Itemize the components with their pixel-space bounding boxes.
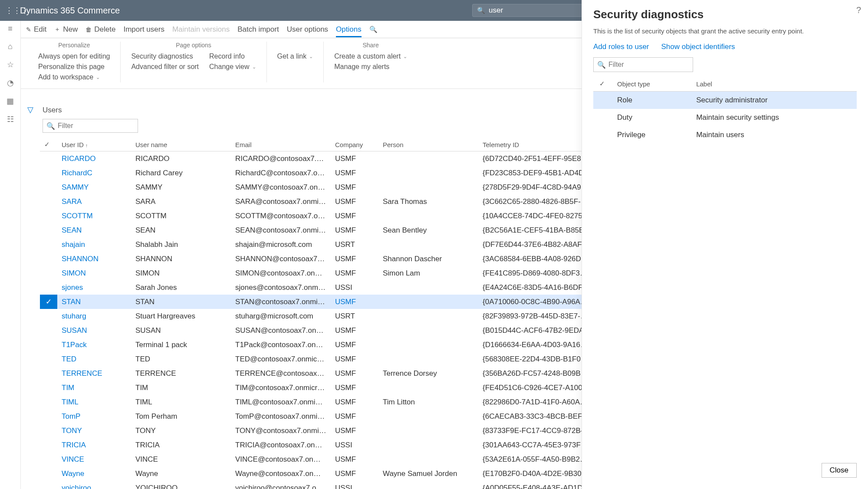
row-checkbox[interactable]: ✓ [40,166,57,180]
cell-user-id[interactable]: TONY [57,423,131,438]
panel-filter-input[interactable] [608,61,689,69]
row-checkbox[interactable]: ✓ [40,409,57,423]
row-checkbox[interactable]: ✓ [40,395,57,409]
add-to-workspace-link[interactable]: Add to workspace⌄ [38,72,110,82]
row-checkbox[interactable]: ✓ [40,481,57,489]
select-all-checkbox[interactable]: ✓ [44,141,50,148]
cell-user-id[interactable]: SIMON [57,266,131,280]
new-button[interactable]: ＋New [54,25,78,34]
manage-my-alerts-link[interactable]: Manage my alerts [334,62,407,72]
row-checkbox[interactable]: ✓ [40,237,57,252]
cell-user-id[interactable]: TRICIA [57,438,131,452]
row-checkbox[interactable]: ✓ [40,309,57,323]
cell-user-id[interactable]: sjones [57,280,131,295]
row-checkbox[interactable]: ✓ [40,295,57,309]
favorites-icon[interactable]: ☆ [7,60,14,69]
row-checkbox[interactable]: ✓ [40,209,57,223]
panel-filter[interactable]: 🔍 [593,57,693,72]
col-label[interactable]: Label [690,76,857,92]
cell-user-id[interactable]: SAMMY [57,180,131,194]
recent-icon[interactable]: ◔ [7,78,14,88]
workspaces-icon[interactable]: ▦ [7,96,14,106]
change-view-link[interactable]: Change view⌄ [209,62,256,72]
cell-user-id[interactable]: STAN [57,295,131,309]
find-icon[interactable]: 🔍 [369,26,378,33]
security-diagnostics-link[interactable]: Security diagnostics [131,51,199,62]
row-checkbox[interactable]: ✓ [40,266,57,280]
add-roles-to-user-link[interactable]: Add roles to user [593,43,649,51]
table-row[interactable]: RoleSecurity administrator [593,92,857,109]
row-checkbox[interactable]: ✓ [40,280,57,295]
show-object-identifiers-link[interactable]: Show object identifiers [661,43,735,51]
row-checkbox[interactable]: ✓ [40,223,57,237]
home-icon[interactable]: ⌂ [8,42,13,51]
col-email[interactable]: Email [231,138,331,151]
cell-user-id[interactable]: TERRENCE [57,366,131,381]
table-row[interactable]: DutyMaintain security settings [593,109,857,126]
cell-user-id[interactable]: Wayne [57,466,131,481]
import-users-button[interactable]: Import users [123,25,164,34]
cell-user-id[interactable]: SEAN [57,223,131,237]
grid-filter-input[interactable] [58,122,134,130]
cell-user-id[interactable]: TIML [57,395,131,409]
cell-user-id[interactable]: stuharg [57,309,131,323]
col-person[interactable]: Person [378,138,478,151]
cell-user-id[interactable]: SARA [57,194,131,209]
select-all-checkbox[interactable]: ✓ [599,80,605,87]
row-checkbox[interactable]: ✓ [40,180,57,194]
search-icon: 🔍 [46,122,55,130]
cell-user-id[interactable]: shajain [57,237,131,252]
app-launcher-icon[interactable]: ⋮⋮⋮ [5,6,13,15]
row-checkbox[interactable] [593,109,611,126]
cell-user-id[interactable]: RichardC [57,166,131,180]
row-checkbox[interactable]: ✓ [40,252,57,266]
options-tab[interactable]: Options [336,25,362,37]
modules-icon[interactable]: ☷ [7,115,14,124]
table-row[interactable]: PrivilegeMaintain users [593,126,857,144]
get-a-link[interactable]: Get a link⌄ [277,51,313,62]
row-checkbox[interactable]: ✓ [40,366,57,381]
edit-button[interactable]: ✎Edit [26,25,46,34]
close-button[interactable]: Close [822,463,857,478]
cell-user-id[interactable]: SUSAN [57,323,131,338]
row-checkbox[interactable]: ✓ [40,381,57,395]
batch-import-button[interactable]: Batch import [237,25,279,34]
cell-user-id[interactable]: VINCE [57,452,131,466]
row-checkbox[interactable]: ✓ [40,352,57,366]
row-checkbox[interactable]: ✓ [40,338,57,352]
record-info-link[interactable]: Record info [209,51,256,62]
filter-column-toggle[interactable]: ▽ [21,99,40,489]
cell-user-id[interactable]: SHANNON [57,252,131,266]
create-custom-alert-link[interactable]: Create a custom alert⌄ [334,51,407,62]
cell-user-name: RICARDO [131,151,231,166]
row-checkbox[interactable]: ✓ [40,452,57,466]
row-checkbox[interactable]: ✓ [40,423,57,438]
delete-button[interactable]: 🗑Delete [85,25,115,34]
personalize-page-link[interactable]: Personalize this page [38,62,110,72]
cell-user-id[interactable]: TomP [57,409,131,423]
cell-email: STAN@contosoax7.onmicrosoft… [231,295,331,309]
row-checkbox[interactable]: ✓ [40,194,57,209]
row-checkbox[interactable]: ✓ [40,466,57,481]
col-object-type[interactable]: Object type [611,76,690,92]
row-checkbox[interactable]: ✓ [40,438,57,452]
cell-user-id[interactable]: RICARDO [57,151,131,166]
row-checkbox[interactable] [593,126,611,144]
row-checkbox[interactable]: ✓ [40,323,57,338]
col-company[interactable]: Company [331,138,378,151]
hamburger-icon[interactable]: ≡ [8,24,13,33]
cell-user-id[interactable]: TED [57,352,131,366]
cell-user-id[interactable]: yoichiroo [57,481,131,489]
col-user-id[interactable]: User ID↑ [57,138,131,151]
help-icon[interactable]: ? [856,5,861,15]
cell-user-id[interactable]: TIM [57,381,131,395]
row-checkbox[interactable]: ✓ [40,151,57,166]
advanced-filter-link[interactable]: Advanced filter or sort [131,62,199,72]
user-options-button[interactable]: User options [287,25,328,34]
row-checkbox[interactable] [593,92,611,109]
always-open-link[interactable]: Always open for editing [38,51,110,62]
col-user-name[interactable]: User name [131,138,231,151]
cell-user-id[interactable]: SCOTTM [57,209,131,223]
grid-filter[interactable]: 🔍 [43,119,138,133]
cell-user-id[interactable]: T1Pack [57,338,131,352]
